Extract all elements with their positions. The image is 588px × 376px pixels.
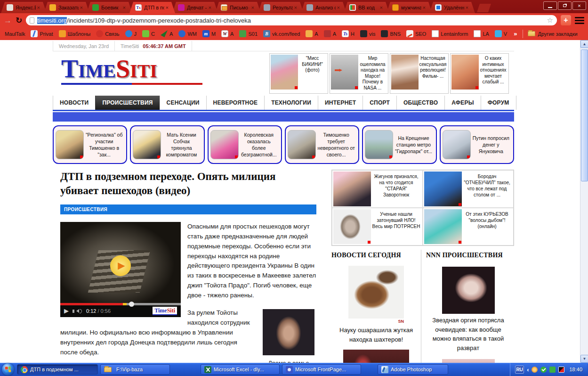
- bookmark-privat[interactable]: Privat: [31, 30, 53, 37]
- restore-button[interactable]: [558, 1, 572, 10]
- extension-plus-button[interactable]: +: [561, 15, 571, 25]
- bookmark-j[interactable]: J: [125, 30, 137, 37]
- site-logo[interactable]: TIMESITI: [53, 53, 215, 94]
- minimize-button[interactable]: [543, 1, 557, 10]
- task-vip-baza[interactable]: F:\Vip-baza: [100, 364, 170, 375]
- bookmark-m[interactable]: mM: [202, 30, 216, 37]
- tab-boevik[interactable]: Боевик ×: [87, 2, 132, 13]
- news-today-image-2[interactable]: [343, 350, 409, 363]
- taskbar-clock[interactable]: 18:40: [567, 367, 584, 372]
- tab-close-icon[interactable]: ×: [294, 5, 297, 10]
- nav-afery[interactable]: АФЕРЫ: [444, 96, 480, 110]
- video-player[interactable]: ▶ ▶ 0:12 / 0:56: [60, 222, 181, 317]
- forward-arrow-icon[interactable]: →: [4, 16, 12, 25]
- nav-internet[interactable]: ИНТЕРНЕТ: [318, 96, 362, 110]
- tab-close-icon[interactable]: ×: [337, 5, 340, 10]
- tray-chevron-icon[interactable]: ‹: [527, 366, 529, 373]
- menu-icon[interactable]: [575, 17, 584, 24]
- tray-agent-icon[interactable]: [549, 367, 556, 373]
- volume-icon[interactable]: [73, 309, 82, 313]
- tab-close-icon[interactable]: ×: [80, 5, 83, 10]
- tab-close-icon[interactable]: ×: [466, 5, 468, 10]
- bookmark-lentainform[interactable]: Lentainform: [432, 30, 468, 37]
- tab-muzhchina[interactable]: мужчина ×: [387, 2, 432, 13]
- header-ad[interactable]: "Мисс БИКИНИ" (фото): [269, 53, 328, 94]
- bookmark-bns[interactable]: BNS: [381, 30, 401, 37]
- nnn-image[interactable]: [442, 267, 495, 314]
- close-button[interactable]: ×: [572, 1, 586, 10]
- task-excel[interactable]: Microsoft Excel - dly...: [201, 364, 280, 375]
- language-indicator[interactable]: RU: [515, 366, 524, 374]
- task-frontpage[interactable]: Microsoft FrontPage...: [282, 364, 361, 375]
- related-photo-box[interactable]: Драма в семье Эвелины Бледанс: она потер…: [261, 309, 316, 363]
- bookmark-maultalk[interactable]: MaulTalk: [5, 31, 25, 37]
- nav-proisshestviya[interactable]: ПРОИСШЕСТВИЯ: [95, 96, 159, 110]
- address-text[interactable]: timesiti.org/incidents/109-dtp-v-podzemn…: [37, 17, 544, 24]
- play-icon[interactable]: ▶: [64, 306, 69, 316]
- nav-novosti[interactable]: НОВОСТИ: [53, 96, 95, 110]
- header-ad[interactable]: Мир ошеломила находка на Марсе! Почему в…: [330, 53, 388, 94]
- header-ad[interactable]: О каких интимных отношениях мечтает слаб…: [450, 53, 509, 94]
- scroll-down-icon[interactable]: ▼: [580, 355, 588, 363]
- sidebar-ad[interactable]: Бородач "ОТЧЕБУЧИЛ" такое, что все лежат…: [423, 170, 514, 208]
- tab-devchat[interactable]: Девчат - ×: [172, 2, 218, 13]
- tray-kaspersky-icon[interactable]: [558, 367, 564, 373]
- bookmark-shablony[interactable]: Шаблоны: [59, 30, 91, 37]
- tab-yandex[interactable]: Яндекс.Е ×: [1, 2, 47, 13]
- nav-sensacii[interactable]: СЕНСАЦИИ: [160, 96, 206, 110]
- tray-webcam-icon[interactable]: [532, 367, 538, 373]
- bookmark-la[interactable]: LA: [474, 30, 489, 37]
- nnn-image-2[interactable]: [442, 359, 495, 363]
- teaser-item[interactable]: "Регионалка" об участии Тимошенко в "зак…: [53, 125, 127, 164]
- tab-zakazat[interactable]: Заказать ×: [44, 2, 89, 13]
- bookmark-s01[interactable]: S01: [239, 30, 258, 37]
- bookmark-a3[interactable]: A: [324, 30, 336, 37]
- tab-close-icon[interactable]: ×: [251, 5, 254, 10]
- address-bar[interactable]: timesiti.org/incidents/109-dtp-v-podzemn…: [26, 15, 557, 25]
- bookmark-c[interactable]: C: [142, 30, 155, 37]
- task-chrome[interactable]: ДТП в подземном ...: [17, 364, 98, 375]
- bookmarks-overflow-icon[interactable]: »: [514, 30, 517, 37]
- nav-neveroyatnoe[interactable]: НЕВЕРОЯТНОЕ: [206, 96, 265, 110]
- play-overlay-icon[interactable]: ▶: [110, 255, 131, 276]
- nav-sport[interactable]: СПОРТ: [362, 96, 396, 110]
- tab-close-icon[interactable]: ×: [423, 5, 426, 10]
- teaser-item[interactable]: Путин попросил денег у Януковича: [440, 125, 514, 164]
- header-ad[interactable]: Настоящая сексуальная революция! Фильм- …: [390, 53, 449, 94]
- new-tab-button[interactable]: [477, 4, 491, 12]
- news-today-image[interactable]: [348, 266, 404, 319]
- tab-close-icon[interactable]: ×: [209, 5, 211, 10]
- sidebar-ad[interactable]: Жигунов признался, на что сгодится "СТАР…: [332, 170, 423, 208]
- sidebar-ad[interactable]: Ученые нашли затонувший НЛО! Весь мир ПО…: [332, 208, 423, 245]
- teaser-item[interactable]: На Крещение станцию метро "Гидропарк" от…: [362, 125, 436, 164]
- teaser-item[interactable]: Тимошенко требует невероятного от своего…: [285, 125, 359, 164]
- tab-pismo[interactable]: Письмо « ×: [215, 2, 261, 13]
- bookmark-h[interactable]: TsH: [342, 30, 354, 37]
- bookmark-v[interactable]: V: [495, 30, 507, 37]
- tab-close-icon[interactable]: ×: [166, 5, 169, 10]
- scroll-up-icon[interactable]: ▲: [580, 40, 588, 48]
- sidebar-ad[interactable]: От этих КУРЬЕЗОВ "волосы дыбом"! (онлайн…: [423, 208, 514, 245]
- category-bar[interactable]: ПРОИСШЕСТВИЯ: [60, 204, 316, 214]
- tab-close-icon[interactable]: ×: [123, 5, 126, 10]
- reload-icon[interactable]: ↻: [16, 16, 22, 25]
- bookmark-seo[interactable]: SEO: [406, 30, 426, 37]
- bookmark-wm[interactable]: WM: [178, 30, 197, 37]
- tray-check-icon[interactable]: [540, 367, 547, 373]
- bookmark-a1[interactable]: A: [161, 30, 173, 37]
- tab-analiz[interactable]: Анализ с ×: [301, 2, 346, 13]
- teaser-item[interactable]: Королевская оказалась более безграмотной…: [208, 125, 282, 164]
- teaser-item[interactable]: Мать Ксении Собчак тряхнула компроматом: [130, 125, 204, 164]
- tab-close-icon[interactable]: ×: [37, 5, 40, 10]
- scrollbar-thumb[interactable]: [581, 49, 588, 181]
- nnn-caption[interactable]: Звездная оргия потрясла очевидцев: как в…: [426, 316, 510, 352]
- news-today-caption[interactable]: Науку ошарашила жуткая находка шахтеров!: [331, 326, 421, 344]
- bookmark-star-icon[interactable]: ☆: [547, 16, 553, 25]
- nav-forum[interactable]: ФОРУМ: [481, 96, 516, 110]
- start-button[interactable]: [2, 363, 14, 376]
- tab-udalenn[interactable]: Удалённ ×: [429, 2, 475, 13]
- task-photoshop[interactable]: Adobe Photoshop: [378, 364, 448, 375]
- page-scrollbar[interactable]: ▲ ▼: [580, 40, 588, 363]
- tab-rezultat[interactable]: Результа ×: [258, 2, 304, 13]
- nav-obschestvo[interactable]: ОБЩЕСТВО: [396, 96, 444, 110]
